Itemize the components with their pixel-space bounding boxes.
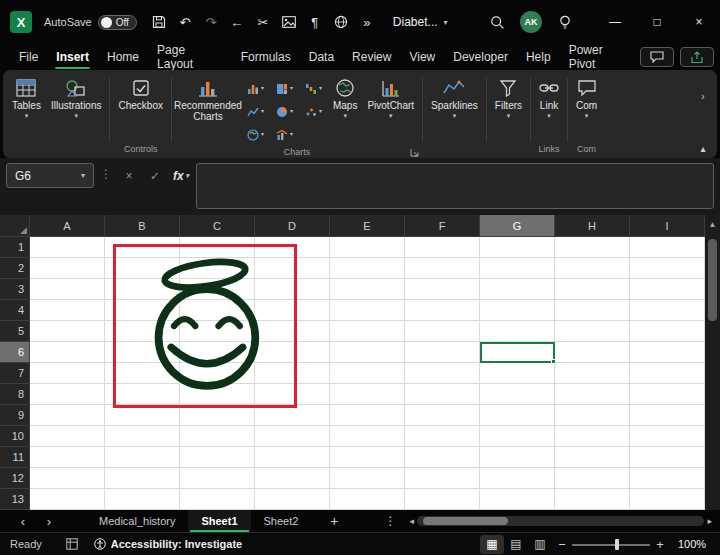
search-button[interactable] (482, 7, 512, 37)
cancel-button[interactable]: × (118, 163, 140, 188)
excel-logo-icon[interactable]: X (10, 11, 32, 33)
pivotchart-button[interactable]: PivotChart ▾ (362, 74, 419, 122)
save-button[interactable] (147, 9, 171, 35)
formula-input[interactable] (196, 163, 714, 209)
illustrations-button[interactable]: Illustrations ▾ (46, 74, 107, 122)
checkbox-button[interactable]: Checkbox (113, 74, 167, 114)
horizontal-scroll-track[interactable] (417, 516, 705, 526)
insert-waterfall-chart-button[interactable]: ▾ (299, 77, 328, 100)
row-header-4[interactable]: 4 (0, 300, 30, 321)
ribbon-tab-home[interactable]: Home (98, 44, 148, 70)
insert-scatter-chart-button[interactable]: ▾ (299, 100, 328, 123)
column-header-i[interactable]: I (630, 215, 705, 237)
zoom-slider[interactable] (572, 535, 650, 554)
column-header-g[interactable]: G (480, 215, 555, 237)
insert-picture-button[interactable] (277, 9, 301, 35)
sheet-options-button[interactable]: ⋮ (377, 510, 403, 532)
undo-button[interactable]: ↶ (173, 9, 197, 35)
insert-column-chart-button[interactable]: ▾ (241, 77, 270, 100)
row-header-13[interactable]: 13 (0, 489, 30, 510)
ribbon-tab-file[interactable]: File (10, 44, 47, 70)
column-header-a[interactable]: A (30, 215, 105, 237)
column-header-f[interactable]: F (405, 215, 480, 237)
ribbon-tab-help[interactable]: Help (517, 44, 560, 70)
row-header-7[interactable]: 7 (0, 363, 30, 384)
autosave-switch[interactable]: Off (98, 15, 137, 30)
sheet-nav-left-button[interactable]: ‹ (10, 510, 36, 532)
insert-function-button[interactable]: fx ▾ (170, 163, 192, 188)
scroll-left-icon[interactable]: ◂ (409, 516, 414, 526)
zoom-thumb[interactable] (615, 539, 619, 550)
autosave-toggle[interactable]: AutoSave Off (44, 15, 137, 30)
row-header-12[interactable]: 12 (0, 468, 30, 489)
document-title[interactable]: Diabet... ▾ (393, 15, 448, 29)
zoom-out-button[interactable]: − (552, 535, 572, 554)
ribbon-tab-review[interactable]: Review (343, 44, 400, 70)
new-sheet-button[interactable]: + (321, 510, 347, 532)
ribbon-tab-insert[interactable]: Insert (47, 44, 98, 70)
view-page-break-button[interactable]: ▥ (528, 535, 552, 554)
column-header-b[interactable]: B (105, 215, 180, 237)
ribbon-tab-power-pivot[interactable]: Power Pivot (560, 44, 640, 70)
row-header-11[interactable]: 11 (0, 447, 30, 468)
zoom-in-button[interactable]: + (650, 535, 670, 554)
row-header-10[interactable]: 10 (0, 426, 30, 447)
translate-button[interactable] (329, 9, 353, 35)
back-button[interactable]: ← (225, 9, 249, 35)
tips-button[interactable] (550, 7, 580, 37)
fill-handle[interactable] (551, 359, 556, 364)
sheet-tab-sheet2[interactable]: Sheet2 (251, 510, 312, 532)
inserted-picture[interactable] (113, 244, 297, 408)
redo-button[interactable]: ↷ (199, 9, 223, 35)
ribbon-tab-developer[interactable]: Developer (444, 44, 517, 70)
minimize-button[interactable]: — (594, 0, 636, 44)
sparklines-button[interactable]: Sparklines ▾ (426, 74, 483, 122)
ribbon-tab-formulas[interactable]: Formulas (232, 44, 300, 70)
recommended-charts-button[interactable]: Recommended Charts (175, 74, 241, 125)
horizontal-scroll-thumb[interactable] (423, 517, 508, 525)
row-header-2[interactable]: 2 (0, 258, 30, 279)
row-header-9[interactable]: 9 (0, 405, 30, 426)
select-all-button[interactable]: ◢ (0, 215, 30, 237)
row-header-3[interactable]: 3 (0, 279, 30, 300)
horizontal-scrollbar[interactable]: ◂ ▸ (409, 516, 712, 526)
sheet-tab-medical-history[interactable]: Medical_history (86, 510, 188, 532)
insert-line-chart-button[interactable]: ▾ (241, 100, 270, 123)
column-header-c[interactable]: C (180, 215, 255, 237)
zoom-level[interactable]: 100% (670, 538, 714, 550)
enter-button[interactable]: ✓ (144, 163, 166, 188)
row-header-6[interactable]: 6 (0, 342, 30, 363)
insert-pie-chart-button[interactable]: ▾ (270, 100, 299, 123)
filters-button[interactable]: Filters ▾ (490, 74, 527, 122)
link-button[interactable]: Link ▾ (534, 74, 564, 122)
column-header-h[interactable]: H (555, 215, 630, 237)
cells-grid[interactable] (30, 237, 705, 510)
insert-combo-chart-button[interactable]: ▾ (270, 123, 299, 146)
scroll-right-icon[interactable]: ▸ (707, 516, 712, 526)
scroll-up-icon[interactable]: ▲ (705, 215, 720, 229)
vertical-scrollbar[interactable]: ▲ (705, 215, 720, 510)
accessibility-status[interactable]: Accessibility: Investigate (94, 538, 242, 550)
view-normal-button[interactable]: ▦ (480, 535, 504, 554)
tables-button[interactable]: Tables ▾ (7, 74, 46, 122)
avatar[interactable]: AK (520, 11, 542, 33)
column-header-d[interactable]: D (255, 215, 330, 237)
row-header-1[interactable]: 1 (0, 237, 30, 258)
row-header-8[interactable]: 8 (0, 384, 30, 405)
maximize-button[interactable]: □ (636, 0, 678, 44)
ribbon-tab-page-layout[interactable]: Page Layout (148, 44, 232, 70)
row-header-5[interactable]: 5 (0, 321, 30, 342)
insert-map-chart-button[interactable]: ▾ (241, 123, 270, 146)
more-commands-button[interactable]: » (355, 9, 379, 35)
insert-hierarchy-chart-button[interactable]: ▾ (270, 77, 299, 100)
cut-button[interactable]: ✂ (251, 9, 275, 35)
formula-symbols-button[interactable]: ¶ (303, 9, 327, 35)
vertical-scroll-thumb[interactable] (708, 239, 717, 321)
comment-button[interactable]: Com ▾ (571, 74, 602, 122)
macro-record-button[interactable] (66, 538, 78, 550)
ribbon-tab-data[interactable]: Data (300, 44, 343, 70)
close-button[interactable]: × (678, 0, 720, 44)
sheet-nav-right-button[interactable]: › (36, 510, 62, 532)
charts-dialog-launcher[interactable] (410, 148, 419, 157)
maps-button[interactable]: Maps ▾ (328, 74, 362, 122)
